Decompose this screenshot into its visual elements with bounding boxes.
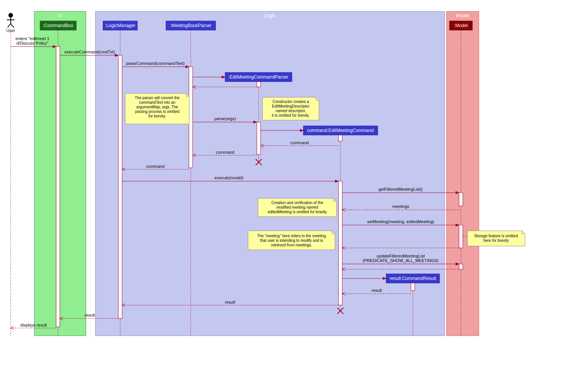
svg-text:modified meeting named: modified meeting named xyxy=(276,205,318,209)
svg-rect-35 xyxy=(338,135,342,141)
svg-text:The "meeting" here refers to t: The "meeting" here refers to the meeting xyxy=(257,234,326,238)
svg-text:parseCommand(commandText): parseCommand(commandText) xyxy=(126,61,185,66)
svg-text::Model: :Model xyxy=(454,23,468,28)
svg-text:User: User xyxy=(6,28,15,33)
svg-text:EditMeetingDescriptor: EditMeetingDescriptor xyxy=(272,104,310,108)
region-logic xyxy=(95,11,445,336)
svg-rect-49 xyxy=(459,193,463,206)
note-creation: Creation and verification of the modifie… xyxy=(258,198,337,217)
svg-text:command: command xyxy=(146,164,164,169)
svg-text:(PREDICATE_SHOW_ALL_MEETINGS): (PREDICATE_SHOW_ALL_MEETINGS) xyxy=(362,258,438,263)
svg-line-4 xyxy=(11,24,14,27)
region-ui-title: UI xyxy=(58,13,63,18)
svg-text:execute(model): execute(model) xyxy=(214,175,243,180)
svg-text:named descriptor,: named descriptor, xyxy=(275,109,306,113)
svg-text:result:CommandResult: result:CommandResult xyxy=(390,276,437,281)
svg-text:executeCommand(cmdTxt): executeCommand(cmdTxt) xyxy=(64,50,115,54)
svg-text::EditMeetingCommandParser: :EditMeetingCommandParser xyxy=(228,74,288,80)
svg-rect-57 xyxy=(459,225,463,248)
svg-rect-19 xyxy=(257,82,261,87)
svg-point-0 xyxy=(8,13,13,18)
svg-text:here for brevity: here for brevity xyxy=(483,238,509,243)
svg-text:parsing process is omitted: parsing process is omitted xyxy=(135,109,179,114)
svg-text:Storage feature is omitted: Storage feature is omitted xyxy=(474,234,518,238)
region-logic-title: Logic xyxy=(264,13,276,18)
svg-rect-32 xyxy=(257,122,261,154)
svg-text:displays result: displays result xyxy=(20,323,47,327)
svg-rect-72 xyxy=(411,283,415,291)
sequence-diagram: UI Logic Model User :CommandBox :LogicMa… xyxy=(4,4,530,339)
svg-text:command: command xyxy=(216,150,234,154)
activation-commandbox xyxy=(56,47,60,327)
svg-text:setMeeting(meeting, editedMeet: setMeeting(meeting, editedMeeting) xyxy=(367,219,434,224)
svg-text:argumentMap, args. The: argumentMap, args. The xyxy=(136,105,178,109)
svg-text:enters "editmeet 1: enters "editmeet 1 xyxy=(16,36,50,41)
svg-text:editedMeeting is omitted for b: editedMeeting is omitted for bravity xyxy=(267,210,327,214)
svg-text:result: result xyxy=(372,288,382,293)
svg-text:it is omitted for brevity.: it is omitted for brevity. xyxy=(272,113,309,117)
note-storage: Storage feature is omitted here for brev… xyxy=(467,231,525,246)
svg-text:for brevity.: for brevity. xyxy=(148,114,166,118)
note-constructor: Constructor creates a EditMeetingDescrip… xyxy=(263,97,319,120)
svg-line-3 xyxy=(8,24,11,27)
svg-text:updateFilteredMeetingList: updateFilteredMeetingList xyxy=(377,254,425,258)
svg-text:command:EditMeetingCommand: command:EditMeetingCommand xyxy=(307,128,374,133)
svg-rect-46 xyxy=(338,181,342,305)
svg-text::CommandBox: :CommandBox xyxy=(43,23,73,28)
svg-text:result: result xyxy=(225,300,235,304)
note-parser: The parser will convert the commandText … xyxy=(125,93,189,124)
svg-rect-68 xyxy=(459,264,463,269)
svg-text:result: result xyxy=(85,313,95,317)
region-model-title: Model xyxy=(456,13,469,18)
region-model xyxy=(446,11,479,336)
actor-user: User xyxy=(6,13,15,33)
svg-text:meetings: meetings xyxy=(392,204,409,209)
svg-text:command: command xyxy=(290,140,309,145)
note-meeting: The "meeting" here refers to the meeting… xyxy=(248,231,335,250)
svg-text:retrieved from meetings.: retrieved from meetings. xyxy=(271,243,312,247)
svg-text:getFilteredMeetingList(): getFilteredMeetingList() xyxy=(379,187,423,191)
svg-text:The parser will convert the: The parser will convert the xyxy=(135,96,180,100)
svg-text:that user is intending to modi: that user is intending to modify and is xyxy=(260,238,323,243)
svg-text:d/Discuss Policy": d/Discuss Policy" xyxy=(16,41,48,45)
svg-text:Constructor creates a: Constructor creates a xyxy=(272,100,309,104)
svg-text::MeetingBookParser: :MeetingBookParser xyxy=(170,23,212,28)
svg-text:commandText into an: commandText into an xyxy=(139,100,175,105)
svg-text:parse(args): parse(args) xyxy=(214,116,236,121)
svg-text::LogicManager: :LogicManager xyxy=(105,23,135,28)
svg-text:Creation and verification of t: Creation and verification of the xyxy=(271,201,323,205)
activation-logicmanager xyxy=(118,55,122,318)
